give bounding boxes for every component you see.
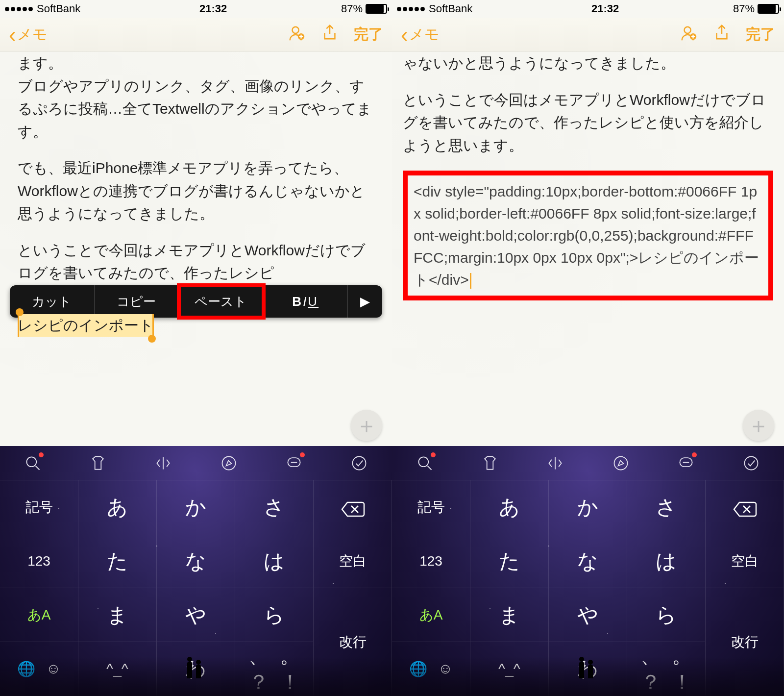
- kb-theme-button[interactable]: [480, 453, 500, 473]
- svg-point-1: [292, 27, 298, 33]
- svg-point-8: [684, 27, 690, 33]
- menu-paste[interactable]: ペースト: [179, 285, 264, 318]
- key-123[interactable]: 123: [392, 534, 470, 588]
- share-button[interactable]: [712, 24, 731, 46]
- kb-ok-button[interactable]: [349, 453, 369, 473]
- battery-pct: 87%: [733, 2, 755, 15]
- key-ya[interactable]: や: [549, 588, 627, 642]
- tshirt-icon: [89, 454, 107, 472]
- code-text: <div style="padding:10px;border-bottom:#…: [414, 183, 759, 288]
- pasted-html-block[interactable]: <div style="padding:10px;border-bottom:#…: [403, 171, 773, 300]
- svg-point-6: [353, 456, 366, 470]
- keyboard-toolbar: [0, 446, 392, 480]
- svg-point-3: [26, 457, 36, 467]
- tshirt-icon: [481, 454, 499, 472]
- key-ta[interactable]: た: [78, 534, 157, 588]
- key-a[interactable]: あ: [78, 480, 157, 534]
- add-button[interactable]: ＋: [743, 410, 774, 441]
- note-paragraph: ということで今回はメモアプリとWorkflowだけでブログを書いてみたので、作っ…: [18, 239, 374, 285]
- carrier-label: SoftBank: [37, 2, 80, 15]
- menu-format[interactable]: BIU: [264, 285, 348, 318]
- key-ma[interactable]: ま: [470, 588, 549, 642]
- compass-icon: [612, 454, 630, 472]
- battery-icon: [366, 4, 387, 14]
- notification-dot-icon: [300, 452, 305, 457]
- person-add-icon: [287, 24, 306, 42]
- phone-right: SoftBank 21:32 87% ‹ メモ 完了: [392, 0, 784, 696]
- selected-text[interactable]: レシピのインポート: [18, 314, 154, 337]
- key-mode[interactable]: あA: [392, 588, 470, 642]
- done-button[interactable]: 完了: [746, 25, 775, 45]
- person-add-icon: [679, 24, 698, 42]
- svg-point-11: [614, 456, 627, 470]
- kb-compass-button[interactable]: [611, 453, 631, 473]
- selection-handle-right-icon[interactable]: [148, 335, 156, 343]
- status-bar: SoftBank 21:32 87%: [392, 0, 784, 18]
- key-ma[interactable]: ま: [78, 588, 157, 642]
- chat-icon: [677, 454, 695, 472]
- backspace-icon: [341, 499, 365, 516]
- add-button[interactable]: ＋: [351, 410, 382, 441]
- kb-cursor-button[interactable]: [545, 453, 565, 473]
- note-line: ゃないかと思うようになってきました。: [403, 52, 773, 75]
- key-space[interactable]: 空白: [314, 534, 392, 588]
- silhouette-art-icon: [181, 654, 211, 678]
- key-symbols[interactable]: 記号: [0, 480, 78, 534]
- chevron-right-icon: ▶: [360, 292, 370, 311]
- note-paragraph: ということで今回はメモアプリとWorkflowだけでブログを書いてみたので、作っ…: [403, 89, 773, 157]
- clock-label: 21:32: [477, 2, 733, 15]
- key-123[interactable]: 123: [0, 534, 78, 588]
- note-line: ます。: [18, 52, 374, 75]
- selection-handle-left-icon[interactable]: [16, 308, 24, 316]
- key-backspace[interactable]: [314, 480, 392, 534]
- note-body[interactable]: ゃないかと思うようになってきました。 ということで今回はメモアプリとWorkfl…: [392, 52, 784, 446]
- key-symbols[interactable]: 記号: [392, 480, 470, 534]
- menu-more[interactable]: ▶: [348, 285, 382, 318]
- svg-point-4: [222, 456, 235, 470]
- done-button[interactable]: 完了: [354, 25, 383, 45]
- key-ka[interactable]: か: [549, 480, 627, 534]
- phone-left: SoftBank 21:32 87% ‹ メモ 完了: [0, 0, 392, 696]
- key-a[interactable]: あ: [470, 480, 549, 534]
- key-backspace[interactable]: [706, 480, 784, 534]
- check-circle-icon: [742, 454, 760, 472]
- add-person-button[interactable]: [679, 24, 698, 46]
- key-na[interactable]: な: [549, 534, 627, 588]
- kb-chat-button[interactable]: [676, 453, 696, 473]
- menu-copy[interactable]: コピー: [95, 285, 179, 318]
- key-ha[interactable]: は: [235, 534, 314, 588]
- kb-compass-button[interactable]: [219, 453, 239, 473]
- key-mode[interactable]: あA: [0, 588, 78, 642]
- text-caret-icon: [470, 273, 471, 289]
- notification-dot-icon: [692, 452, 697, 457]
- key-sa[interactable]: さ: [627, 480, 706, 534]
- key-ya[interactable]: や: [157, 588, 235, 642]
- note-body[interactable]: ます。 ブログやアプリのリンク、タグ、画像のリンク、するぷろに投稿…全てText…: [0, 52, 392, 446]
- key-ha[interactable]: は: [627, 534, 706, 588]
- signal-dots-icon: [5, 7, 33, 11]
- kb-search-button[interactable]: [23, 453, 43, 473]
- key-ka[interactable]: か: [157, 480, 235, 534]
- kb-chat-button[interactable]: [284, 453, 304, 473]
- keyboard: 記号 あ か さ 123 た な は 空白 あA ま や ら 改行 🌐 ☺: [392, 446, 784, 696]
- back-button[interactable]: ‹ メモ: [401, 25, 440, 45]
- kb-ok-button[interactable]: [741, 453, 761, 473]
- key-ta[interactable]: た: [470, 534, 549, 588]
- context-menu: カット コピー ペースト BIU ▶: [10, 285, 382, 318]
- note-line: ブログやアプリのリンク、タグ、画像のリンク、するぷろに投稿…全てTextwell…: [18, 75, 374, 144]
- key-na[interactable]: な: [157, 534, 235, 588]
- search-icon: [416, 454, 434, 472]
- add-person-button[interactable]: [287, 24, 306, 46]
- kb-cursor-button[interactable]: [153, 453, 173, 473]
- search-icon: [24, 454, 42, 472]
- key-sa[interactable]: さ: [235, 480, 314, 534]
- key-space[interactable]: 空白: [706, 534, 784, 588]
- key-ra[interactable]: ら: [627, 588, 706, 642]
- kb-search-button[interactable]: [415, 453, 435, 473]
- back-button[interactable]: ‹ メモ: [9, 25, 48, 45]
- key-ra[interactable]: ら: [235, 588, 314, 642]
- battery-icon: [758, 4, 779, 14]
- share-button[interactable]: [320, 24, 339, 46]
- plus-icon: ＋: [356, 409, 377, 442]
- kb-theme-button[interactable]: [88, 453, 108, 473]
